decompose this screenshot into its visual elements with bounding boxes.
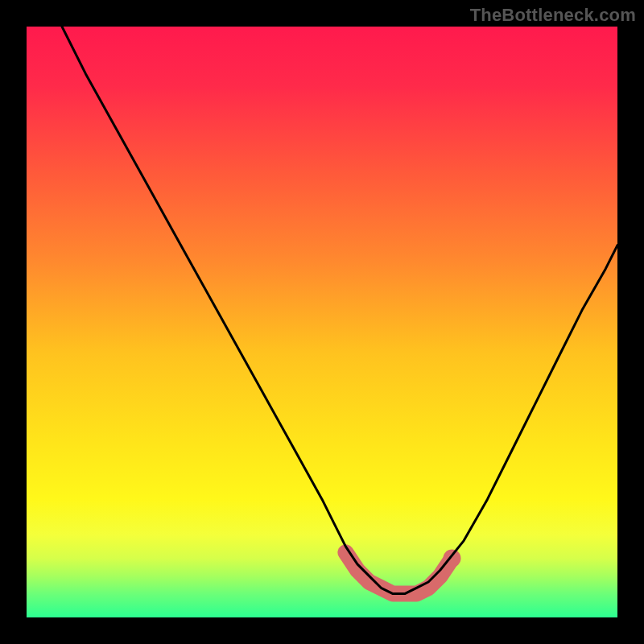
curve-layer: [27, 27, 617, 617]
bottleneck-chart: TheBottleneck.com: [0, 0, 644, 644]
bottleneck-curve-line: [62, 27, 617, 594]
plot-area: [27, 27, 617, 617]
watermark-text: TheBottleneck.com: [470, 5, 636, 26]
